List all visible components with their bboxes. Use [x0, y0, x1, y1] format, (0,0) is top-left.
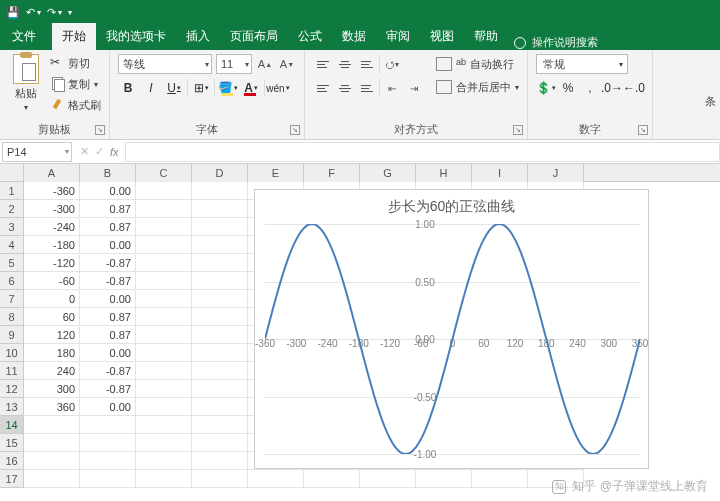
enter-icon[interactable]: ✓ [95, 145, 104, 158]
cell[interactable] [136, 200, 192, 218]
cell[interactable] [136, 416, 192, 434]
dialog-launcher-icon[interactable]: ↘ [638, 125, 648, 135]
cell[interactable] [24, 470, 80, 488]
cell[interactable]: -240 [24, 218, 80, 236]
undo-button[interactable]: ↶ ▾ [26, 6, 41, 19]
merge-center-button[interactable]: 合并后居中▾ [436, 77, 519, 97]
align-top-button[interactable] [313, 54, 333, 74]
cell[interactable] [136, 272, 192, 290]
tab-review[interactable]: 审阅 [376, 23, 420, 50]
fx-icon[interactable]: fx [110, 146, 119, 158]
underline-button[interactable]: U▾ [164, 78, 184, 98]
decrease-indent-button[interactable]: ⇤ [382, 78, 402, 98]
cell[interactable]: 0.00 [80, 344, 136, 362]
cell[interactable] [192, 434, 248, 452]
dialog-launcher-icon[interactable]: ↘ [513, 125, 523, 135]
increase-font-button[interactable]: A▲ [256, 54, 274, 74]
row-header[interactable]: 11 [0, 362, 24, 380]
format-painter-button[interactable]: 格式刷 [50, 96, 101, 114]
paste-button[interactable]: 粘贴 ▾ [8, 54, 44, 114]
cell[interactable]: 180 [24, 344, 80, 362]
cell[interactable]: 0.87 [80, 326, 136, 344]
align-right-button[interactable] [357, 78, 377, 98]
cell[interactable] [192, 290, 248, 308]
cell[interactable]: 240 [24, 362, 80, 380]
cell[interactable] [192, 182, 248, 200]
row-header[interactable]: 1 [0, 182, 24, 200]
row-header[interactable]: 5 [0, 254, 24, 272]
decrease-decimal-button[interactable]: ←.0 [624, 78, 644, 98]
cell[interactable]: -360 [24, 182, 80, 200]
phonetic-guide-button[interactable]: wén▾ [268, 78, 288, 98]
row-header[interactable]: 10 [0, 344, 24, 362]
embedded-chart[interactable]: 步长为60的正弦曲线 -1.00-0.500.000.501.00-360-30… [254, 189, 649, 469]
tab-mytab[interactable]: 我的选项卡 [96, 23, 176, 50]
cell[interactable] [80, 452, 136, 470]
row-header[interactable]: 3 [0, 218, 24, 236]
cell[interactable] [136, 326, 192, 344]
tab-insert[interactable]: 插入 [176, 23, 220, 50]
row-header[interactable]: 12 [0, 380, 24, 398]
cell[interactable] [136, 218, 192, 236]
cancel-icon[interactable]: ✕ [80, 145, 89, 158]
cell[interactable]: -0.87 [80, 254, 136, 272]
row-header[interactable]: 7 [0, 290, 24, 308]
select-all-corner[interactable] [0, 164, 24, 182]
cell[interactable] [304, 470, 360, 488]
row-header[interactable]: 6 [0, 272, 24, 290]
cell[interactable] [192, 470, 248, 488]
row-header[interactable]: 15 [0, 434, 24, 452]
cell[interactable] [192, 236, 248, 254]
increase-indent-button[interactable]: ⇥ [404, 78, 424, 98]
align-bottom-button[interactable] [357, 54, 377, 74]
cut-button[interactable]: 剪切 [50, 54, 101, 72]
cell[interactable]: -180 [24, 236, 80, 254]
align-middle-button[interactable] [335, 54, 355, 74]
italic-button[interactable]: I [141, 78, 161, 98]
save-button[interactable]: 💾 [6, 6, 20, 19]
cell[interactable] [472, 470, 528, 488]
tab-data[interactable]: 数据 [332, 23, 376, 50]
worksheet-grid[interactable]: ABCDEFGHIJ 1234567891011121314151617 -36… [0, 164, 720, 501]
copy-button[interactable]: 复制▾ [50, 75, 101, 93]
tab-page-layout[interactable]: 页面布局 [220, 23, 288, 50]
cell[interactable] [80, 470, 136, 488]
cell[interactable]: -300 [24, 200, 80, 218]
cell[interactable]: 360 [24, 398, 80, 416]
cell[interactable] [192, 452, 248, 470]
column-header[interactable]: G [360, 164, 416, 182]
row-header[interactable]: 16 [0, 452, 24, 470]
cell[interactable] [192, 416, 248, 434]
cell[interactable] [136, 236, 192, 254]
cell[interactable]: 0.00 [80, 398, 136, 416]
cell[interactable] [192, 308, 248, 326]
column-header[interactable]: B [80, 164, 136, 182]
cell[interactable] [136, 398, 192, 416]
cell[interactable]: -60 [24, 272, 80, 290]
name-box[interactable]: P14▾ [2, 142, 72, 162]
tab-view[interactable]: 视图 [420, 23, 464, 50]
align-center-button[interactable] [335, 78, 355, 98]
cell[interactable]: 0.00 [80, 290, 136, 308]
cell[interactable] [192, 272, 248, 290]
cell[interactable] [136, 308, 192, 326]
cell[interactable] [248, 470, 304, 488]
column-header[interactable]: F [304, 164, 360, 182]
cell[interactable] [136, 362, 192, 380]
wrap-text-button[interactable]: ab自动换行 [436, 54, 519, 74]
row-header[interactable]: 14 [0, 416, 24, 434]
cell[interactable] [416, 470, 472, 488]
increase-decimal-button[interactable]: .0→ [602, 78, 622, 98]
tab-file[interactable]: 文件 [2, 23, 46, 50]
row-header[interactable]: 2 [0, 200, 24, 218]
cell[interactable]: -0.87 [80, 272, 136, 290]
cell[interactable] [136, 380, 192, 398]
redo-button[interactable]: ↷ ▾ [47, 6, 62, 19]
cell[interactable] [136, 290, 192, 308]
cell[interactable] [80, 434, 136, 452]
number-format-combo[interactable]: 常规▾ [536, 54, 628, 74]
tab-help[interactable]: 帮助 [464, 23, 508, 50]
dialog-launcher-icon[interactable]: ↘ [95, 125, 105, 135]
cell[interactable] [136, 470, 192, 488]
cell[interactable] [80, 416, 136, 434]
